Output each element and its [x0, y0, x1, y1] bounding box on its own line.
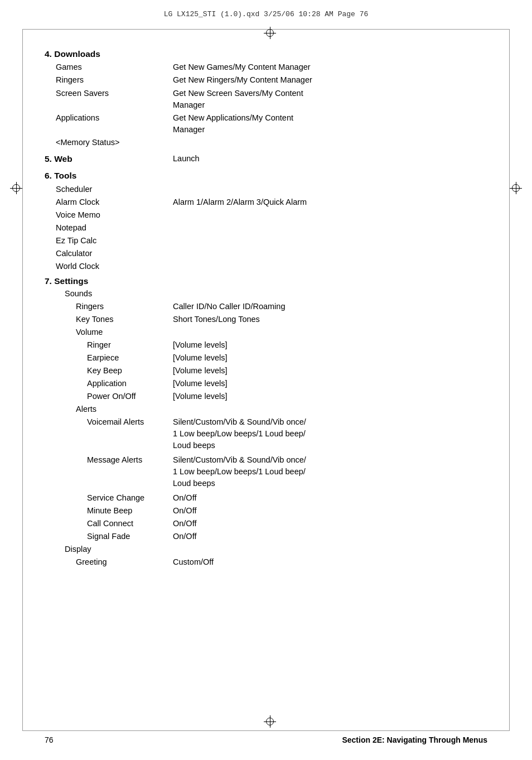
display-value: [173, 543, 504, 556]
earpiece-row: Earpiece [Volume levels]: [45, 352, 504, 364]
sounds-value: [173, 287, 504, 300]
voice-memo-label: Voice Memo: [45, 209, 173, 222]
section-4-title: 4. Downloads: [45, 49, 100, 59]
screen-savers-row: Screen Savers Get New Screen Savers/My C…: [45, 87, 504, 112]
ringer-volume-label: Ringer: [45, 339, 173, 352]
memory-status-label: <Memory Status>: [45, 136, 173, 149]
display-row: Display: [45, 543, 504, 556]
alerts-value: [173, 403, 504, 416]
ringers-download-value: Get New Ringers/My Content Manager: [173, 74, 504, 86]
ringers-download-row: Ringers Get New Ringers/My Content Manag…: [45, 74, 504, 86]
page-header: LG LX125_STI (1.0).qxd 3/25/06 10:28 AM …: [0, 6, 532, 23]
footer-page-number: 76: [45, 735, 54, 744]
power-onoff-row: Power On/Off [Volume levels]: [45, 390, 504, 403]
section-tools: 6. Tools Scheduler Alarm Clock Alarm 1/A…: [45, 169, 504, 273]
page-footer: 76 Section 2E: Navigating Through Menus: [0, 735, 532, 744]
volume-value: [173, 326, 504, 339]
memory-status-row: <Memory Status>: [45, 136, 504, 149]
section-5-title: 5. Web: [45, 154, 72, 163]
application-volume-label: Application: [45, 377, 173, 390]
alarm-clock-row: Alarm Clock Alarm 1/Alarm 2/Alarm 3/Quic…: [45, 196, 504, 209]
ez-tip-calc-row: Ez Tip Calc: [45, 234, 504, 247]
main-content: 4. Downloads Games Get New Games/My Cont…: [45, 47, 504, 704]
key-beep-row: Key Beep [Volume levels]: [45, 364, 504, 377]
voice-memo-value: [173, 209, 504, 222]
call-connect-row: Call Connect On/Off: [45, 517, 504, 530]
voicemail-alerts-value: Silent/Custom/Vib & Sound/Vib once/1 Low…: [173, 416, 504, 452]
calculator-label: Calculator: [45, 247, 173, 260]
service-change-row: Service Change On/Off: [45, 490, 504, 504]
downloads-table: 4. Downloads Games Get New Games/My Cont…: [45, 47, 504, 149]
calculator-row: Calculator: [45, 247, 504, 260]
sounds-row: Sounds: [45, 287, 504, 300]
signal-fade-value: On/Off: [173, 530, 504, 543]
voice-memo-row: Voice Memo: [45, 209, 504, 222]
downloads-header-row: 4. Downloads: [45, 47, 504, 61]
greeting-label: Greeting: [45, 556, 173, 569]
ez-tip-calc-label: Ez Tip Calc: [45, 234, 173, 247]
message-alerts-label: Message Alerts: [45, 452, 173, 490]
section-downloads: 4. Downloads Games Get New Games/My Cont…: [45, 47, 504, 149]
ringers-settings-label: Ringers: [45, 300, 173, 313]
downloads-value-empty: [173, 47, 504, 61]
footer-section-title: Section 2E: Navigating Through Menus: [342, 735, 487, 744]
volume-row: Volume: [45, 326, 504, 339]
voicemail-alerts-row: Voicemail Alerts Silent/Custom/Vib & Sou…: [45, 416, 504, 452]
alerts-row: Alerts: [45, 403, 504, 416]
signal-fade-label: Signal Fade: [45, 530, 173, 543]
section-6-title: 6. Tools: [45, 171, 76, 180]
screen-savers-label: Screen Savers: [45, 87, 173, 112]
section-web: 5. Web Launch: [45, 152, 504, 166]
reg-mark-bottom: [266, 718, 274, 725]
application-volume-value: [Volume levels]: [173, 377, 504, 390]
applications-label: Applications: [45, 112, 173, 136]
application-volume-row: Application [Volume levels]: [45, 377, 504, 390]
world-clock-value: [173, 260, 504, 273]
settings-table: Sounds Ringers Caller ID/No Caller ID/Ro…: [45, 287, 504, 569]
web-table: 5. Web Launch: [45, 152, 504, 166]
border-bottom: [22, 730, 510, 731]
ez-tip-calc-value: [173, 234, 504, 247]
screen-savers-value: Get New Screen Savers/My ContentManager: [173, 87, 504, 112]
display-label: Display: [45, 543, 173, 556]
service-change-value: On/Off: [173, 490, 504, 504]
games-row: Games Get New Games/My Content Manager: [45, 61, 504, 74]
scheduler-label: Scheduler: [45, 183, 173, 196]
games-label: Games: [45, 61, 173, 74]
message-alerts-value: Silent/Custom/Vib & Sound/Vib once/1 Low…: [173, 452, 504, 490]
service-change-label: Service Change: [45, 490, 173, 504]
alerts-label: Alerts: [45, 403, 173, 416]
key-beep-value: [Volume levels]: [173, 364, 504, 377]
voicemail-alerts-label: Voicemail Alerts: [45, 416, 173, 452]
notepad-label: Notepad: [45, 222, 173, 234]
section-7-title: 7. Settings: [45, 276, 504, 286]
applications-value: Get New Applications/My ContentManager: [173, 112, 504, 136]
key-beep-label: Key Beep: [45, 364, 173, 377]
earpiece-value: [Volume levels]: [173, 352, 504, 364]
notepad-row: Notepad: [45, 222, 504, 234]
signal-fade-row: Signal Fade On/Off: [45, 530, 504, 543]
tools-table: 6. Tools Scheduler Alarm Clock Alarm 1/A…: [45, 169, 504, 273]
world-clock-label: World Clock: [45, 260, 173, 273]
scheduler-value: [173, 183, 504, 196]
calculator-value: [173, 247, 504, 260]
tools-header-row: 6. Tools: [45, 169, 504, 182]
key-tones-value: Short Tones/Long Tones: [173, 313, 504, 326]
ringer-volume-value: [Volume levels]: [173, 339, 504, 352]
power-onoff-value: [Volume levels]: [173, 390, 504, 403]
greeting-value: Custom/Off: [173, 556, 504, 569]
scheduler-row: Scheduler: [45, 183, 504, 196]
call-connect-label: Call Connect: [45, 517, 173, 530]
header-text: LG LX125_STI (1.0).qxd 3/25/06 10:28 AM …: [164, 10, 369, 18]
tools-title: 6. Tools: [45, 169, 173, 182]
applications-row: Applications Get New Applications/My Con…: [45, 112, 504, 136]
ringers-download-label: Ringers: [45, 74, 173, 86]
key-tones-label: Key Tones: [45, 313, 173, 326]
section-settings: 7. Settings Sounds Ringers Caller ID/No …: [45, 276, 504, 569]
sounds-label: Sounds: [45, 287, 173, 300]
reg-mark-right: [512, 184, 520, 192]
key-tones-row: Key Tones Short Tones/Long Tones: [45, 313, 504, 326]
web-value: Launch: [173, 152, 504, 166]
notepad-value: [173, 222, 504, 234]
web-row: 5. Web Launch: [45, 152, 504, 166]
